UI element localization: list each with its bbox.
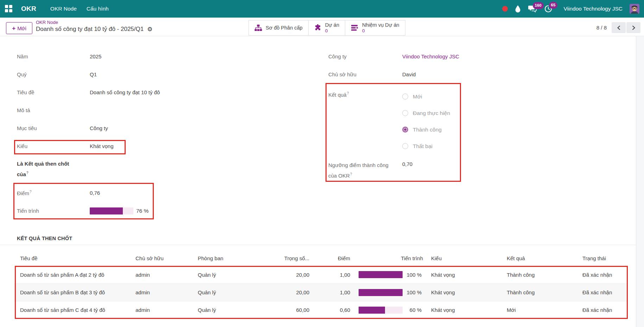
app-name[interactable]: OKR xyxy=(21,5,36,13)
cell-result: Thành công xyxy=(503,289,579,295)
key-results-table: Tiêu đề Chủ sở hữu Phòng ban Trọng số...… xyxy=(14,250,628,319)
plus-icon: + xyxy=(12,25,15,31)
field-value[interactable]: 2025 xyxy=(90,53,101,59)
col-header-diem[interactable]: Điểm xyxy=(313,255,353,261)
field-label: Tiến trình xyxy=(17,208,90,214)
table-row[interactable]: Doanh số từ sản phẩm B đạt 3 tỷ đô admin… xyxy=(14,283,628,301)
col-header-kieu[interactable]: Kiểu xyxy=(427,255,503,261)
messages-badge: 160 xyxy=(533,2,544,9)
breadcrumb[interactable]: OKR Node xyxy=(36,20,152,25)
stat-button-group: Sơ đồ Phân cấp Dự án 0 Nhiệm vụ Dự án 0 xyxy=(248,20,405,36)
field-label: Chủ sở hữu xyxy=(328,71,402,77)
field-label: Mục tiêu xyxy=(17,125,90,131)
score-value[interactable]: 0,76 xyxy=(90,190,100,196)
progress-bar xyxy=(359,271,403,278)
field-row-tieu-de: Tiêu đề Doanh số công ty đạt 10 tỷ đô xyxy=(17,83,305,101)
radio-icon-selected[interactable] xyxy=(402,127,408,133)
section-divider xyxy=(0,245,636,245)
pager-next-button[interactable] xyxy=(626,22,640,33)
radio-icon[interactable] xyxy=(402,143,408,149)
stat-value: 0 xyxy=(362,28,365,34)
scrollbar-track[interactable] xyxy=(636,36,644,327)
col-header-trong-so[interactable]: Trọng số... xyxy=(266,255,313,261)
water-drop-icon[interactable] xyxy=(515,5,521,13)
field-value[interactable]: Công ty xyxy=(90,125,108,131)
cell-owner: admin xyxy=(133,307,195,313)
help-marker: ? xyxy=(26,171,29,175)
new-record-button[interactable]: + Mới xyxy=(6,22,32,34)
menu-cau-hinh[interactable]: Cấu hình xyxy=(87,6,109,12)
cell-type: Khát vọng xyxy=(427,289,503,295)
owner-value[interactable]: David xyxy=(402,71,416,77)
new-button-label: Mới xyxy=(17,25,26,31)
cell-weight: 20,00 xyxy=(266,272,313,278)
field-row-tien-trinh: Tiến trình 76 % xyxy=(17,202,305,220)
radio-option-that-bai[interactable]: Thất bại xyxy=(402,138,450,154)
help-marker: ? xyxy=(30,190,32,194)
table-row[interactable]: Doanh số từ sản phẩm C đạt 4 tỷ đô admin… xyxy=(14,301,628,319)
chevron-left-icon xyxy=(617,25,621,30)
apps-grid-icon[interactable] xyxy=(5,5,13,13)
progress-percent-text: 100 % xyxy=(406,272,427,278)
cell-owner: admin xyxy=(133,289,195,295)
recording-dot-icon xyxy=(502,6,508,12)
radio-option-moi[interactable]: Mới xyxy=(402,88,450,105)
pager-previous-button[interactable] xyxy=(612,22,626,33)
cell-score: 0,60 xyxy=(313,307,353,313)
field-row-muc-tieu: Mục tiêu Công ty xyxy=(17,119,305,137)
company-link[interactable]: Viindoo Technology JSC xyxy=(402,53,459,59)
cell-owner: admin xyxy=(133,272,195,278)
progress-bar xyxy=(90,207,133,214)
field-value[interactable]: Q1 xyxy=(90,71,97,77)
radio-option-dang-thuc-hien[interactable]: Đang thực hiện xyxy=(402,105,450,121)
activity-clock-icon[interactable]: 65 xyxy=(544,5,553,13)
threshold-value[interactable]: 0,70 xyxy=(402,160,412,180)
col-header-tien-trinh[interactable]: Tiến trình xyxy=(353,255,427,261)
field-label: Năm xyxy=(17,53,90,59)
field-value[interactable]: Doanh số công ty đạt 10 tỷ đô xyxy=(90,89,160,95)
top-navbar: OKR OKR Node Cấu hình 160 65 Viindoo Tec… xyxy=(0,0,644,18)
cell-status: Đã xác nhận xyxy=(579,307,628,313)
field-label: Quý xyxy=(17,71,90,77)
settings-gear-icon[interactable]: ⚙ xyxy=(147,26,152,32)
page-title: Doanh số công ty đạt 10 tỷ đô - 2025/Q1 xyxy=(36,26,144,33)
key-result-of-label: Là Kết quả then chốt của? xyxy=(17,159,80,182)
user-avatar[interactable] xyxy=(630,4,639,14)
tasks-list-icon xyxy=(351,24,359,31)
col-header-trang-thai[interactable]: Trạng thái xyxy=(579,255,628,261)
stat-button-project-tasks[interactable]: Nhiệm vụ Dự án 0 xyxy=(345,20,405,35)
field-row-nguong-diem: Ngưỡng điểm thành công của OKR? 0,70 xyxy=(328,160,547,180)
col-header-tieu-de[interactable]: Tiêu đề xyxy=(14,255,133,261)
field-row-mo-ta: Mô tả xyxy=(17,101,305,119)
form-sheet: Năm 2025 Quý Q1 Tiêu đề Doanh số công ty… xyxy=(0,36,636,327)
field-value[interactable]: Khát vọng xyxy=(90,143,114,149)
progress-percent-text: 60 % xyxy=(410,307,427,313)
table-row[interactable]: Doanh số từ sản phẩm A đạt 2 tỷ đô admin… xyxy=(14,266,628,283)
form-left-column: Năm 2025 Quý Q1 Tiêu đề Doanh số công ty… xyxy=(17,47,305,220)
radio-icon[interactable] xyxy=(402,110,408,116)
col-header-chu-so-huu[interactable]: Chủ sở hữu xyxy=(133,255,195,261)
field-row-kieu: Kiểu Khát vọng xyxy=(17,137,305,155)
field-label: Điểm? xyxy=(17,190,90,196)
cell-status: Đã xác nhận xyxy=(579,272,628,278)
progress-percent-text: 76 % xyxy=(136,208,149,214)
table-header-row: Tiêu đề Chủ sở hữu Phòng ban Trọng số...… xyxy=(14,250,628,266)
stat-button-project[interactable]: Dự án 0 xyxy=(308,20,345,35)
company-switcher[interactable]: Viindoo Technology JSC xyxy=(564,6,623,12)
stat-button-hierarchy[interactable]: Sơ đồ Phân cấp xyxy=(249,20,308,35)
messages-icon[interactable]: 160 xyxy=(528,5,537,13)
cell-result: Mới xyxy=(503,307,579,313)
field-row-chu-so-huu: Chủ sở hữu David xyxy=(328,65,547,83)
puzzle-icon xyxy=(314,24,322,32)
result-radio-field: Kết quả? Mới Đang thực hiện Thành công T… xyxy=(328,88,547,154)
col-header-phong-ban[interactable]: Phòng ban xyxy=(195,255,266,261)
field-label: Công ty xyxy=(328,53,402,59)
cell-title: Doanh số từ sản phẩm B đạt 3 tỷ đô xyxy=(14,289,133,295)
radio-icon[interactable] xyxy=(402,94,408,100)
col-header-ket-qua[interactable]: Kết quả xyxy=(503,255,579,261)
sitemap-icon xyxy=(254,24,262,31)
field-row-cong-ty: Công ty Viindoo Technology JSC xyxy=(328,47,547,65)
radio-option-thanh-cong[interactable]: Thành công xyxy=(402,121,450,138)
radio-label: Mới xyxy=(413,94,422,100)
menu-okr-node[interactable]: OKR Node xyxy=(50,6,77,12)
